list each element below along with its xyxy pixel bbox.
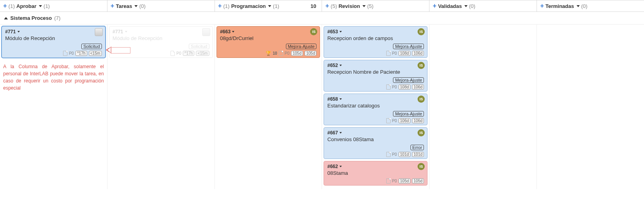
- card-title: Recepcion Nombre de Paciente: [327, 69, 424, 75]
- card-id: #662: [327, 164, 338, 169]
- column-card-count: (1): [273, 3, 279, 9]
- chevron-down-icon[interactable]: [362, 5, 366, 7]
- card-663[interactable]: IS #663 08gd/DrCurriel Mejora-Ajuste 🏆 1…: [217, 26, 320, 58]
- lane-terminadas: [537, 25, 644, 189]
- time-b: 106d: [412, 84, 424, 90]
- points: 10: [273, 51, 277, 56]
- time-a: 106d: [399, 118, 410, 123]
- priority: P0: [392, 51, 397, 56]
- chevron-down-icon: [125, 31, 127, 33]
- column-title: Validadas: [438, 3, 462, 9]
- column-wip-count: (5): [331, 3, 337, 9]
- annotation-text: A la Columna de Aprobar, solamente el pe…: [2, 60, 105, 95]
- column-card-count: (0): [139, 3, 146, 9]
- chevron-down-icon[interactable]: [17, 31, 20, 33]
- card-id: #663: [220, 29, 231, 34]
- lane-aprobar: #771 Módulo de Recepción Solicitud P0 ^1…: [0, 25, 107, 189]
- document-icon: [279, 51, 283, 56]
- tag-mejora: Mejora-Ajuste: [286, 44, 317, 49]
- column-header-tareas[interactable]: + Tareas (0): [107, 0, 215, 11]
- column-title: Tareas: [116, 3, 132, 9]
- chevron-down-icon[interactable]: [464, 5, 468, 7]
- chevron-down-icon[interactable]: [232, 31, 234, 33]
- priority: P0: [392, 152, 397, 157]
- card-id: #652: [327, 63, 338, 68]
- card-id: #667: [327, 130, 338, 136]
- chevron-down-icon[interactable]: [134, 5, 138, 7]
- add-icon[interactable]: +: [3, 3, 7, 9]
- trophy-icon: 🏆: [266, 51, 271, 56]
- column-card-count: (5): [367, 3, 374, 9]
- priority: P0: [69, 51, 74, 56]
- chevron-down-icon[interactable]: [339, 132, 342, 134]
- card-667[interactable]: IS #667 Convenios 08Stama Error P0101d10…: [324, 127, 427, 159]
- avatar-icon: [95, 28, 103, 36]
- document-icon: [386, 118, 391, 123]
- add-icon[interactable]: +: [433, 3, 436, 9]
- document-icon: [171, 51, 175, 56]
- column-header-revision[interactable]: + (5) Revision (5): [322, 0, 429, 11]
- priority: P0: [176, 51, 181, 56]
- card-title: 08Stama: [327, 170, 424, 176]
- card-662[interactable]: IS #662 08Stama P0105d105d: [324, 161, 427, 186]
- document-icon: [386, 84, 391, 90]
- chevron-down-icon[interactable]: [339, 31, 342, 33]
- time-spent: <15m: [89, 51, 102, 56]
- time-a: 108d: [399, 84, 410, 90]
- time-estimate: ^17h: [183, 51, 194, 56]
- chevron-down-icon[interactable]: [339, 98, 342, 100]
- time-a: 105d: [399, 178, 410, 184]
- column-title: Terminadas: [545, 3, 574, 9]
- card-771[interactable]: #771 Módulo de Recepción Solicitud P0 ^1…: [2, 26, 105, 58]
- card-title: Módulo de Recepción: [5, 35, 102, 41]
- card-title: Estandarizar catalogos: [327, 103, 424, 109]
- time-estimate: 105d: [291, 51, 303, 56]
- swimlane-count: (7): [54, 15, 61, 21]
- chevron-down-icon[interactable]: [339, 65, 342, 66]
- time-b: 106d: [412, 51, 424, 56]
- tag-error: Error: [410, 145, 424, 150]
- card-title: 08gd/DrCurriel: [220, 35, 317, 41]
- column-header-programacion[interactable]: + (1) Programacion (1) 10: [215, 0, 322, 11]
- card-id: #658: [327, 96, 338, 102]
- add-icon[interactable]: +: [218, 3, 222, 9]
- lane-programacion: IS #663 08gd/DrCurriel Mejora-Ajuste 🏆 1…: [215, 25, 322, 189]
- card-658[interactable]: IS #658 Estandarizar catalogos Mejora-Aj…: [324, 94, 427, 125]
- column-card-count: (1): [44, 3, 50, 9]
- kanban-board: + (1) Aprobar (1) + Tareas (0) + (1) Pro…: [0, 0, 644, 189]
- add-icon[interactable]: +: [540, 3, 544, 9]
- chevron-down-icon[interactable]: [268, 5, 271, 7]
- priority: P0: [392, 85, 397, 89]
- collapse-icon[interactable]: [4, 17, 8, 19]
- column-title: Aprobar: [16, 3, 36, 9]
- chevron-down-icon[interactable]: [339, 166, 342, 167]
- document-icon: [386, 178, 391, 184]
- document-icon: [386, 152, 391, 157]
- chevron-down-icon[interactable]: [39, 5, 42, 7]
- column-card-count: (0): [469, 3, 475, 9]
- swimlane-header[interactable]: Sistema Proceso (7): [0, 12, 644, 25]
- column-points: 10: [308, 3, 318, 9]
- card-652[interactable]: IS #652 Recepcion Nombre de Paciente Mej…: [324, 60, 427, 92]
- column-header-validadas[interactable]: + Validadas (0): [429, 0, 537, 11]
- card-id: #771: [5, 29, 16, 34]
- add-icon[interactable]: +: [325, 3, 329, 9]
- column-header-terminadas[interactable]: + Terminadas (0): [537, 0, 644, 11]
- tag-solicitud: Solicitud: [81, 44, 102, 49]
- document-icon: [386, 51, 391, 56]
- column-header-aprobar[interactable]: + (1) Aprobar (1): [0, 0, 107, 11]
- tag-mejora: Mejora-Ajuste: [393, 44, 424, 49]
- time-spent: <15m: [196, 51, 209, 56]
- card-title: Convenios 08Stama: [327, 136, 424, 142]
- chevron-down-icon[interactable]: [577, 5, 580, 7]
- avatar-icon: [202, 28, 210, 36]
- add-icon[interactable]: +: [111, 3, 114, 9]
- column-wip-count: (1): [8, 3, 15, 9]
- column-title: Programacion: [231, 3, 266, 9]
- swimlane-title: Sistema Proceso: [10, 15, 52, 21]
- column-card-count: (0): [581, 3, 588, 9]
- priority: P0: [392, 119, 397, 123]
- card-771-ghost[interactable]: #771 Módulo de Recepción Solicitud P0 ^1…: [109, 26, 213, 58]
- card-653[interactable]: IS #653 Recepcion orden de campos Mejora…: [324, 26, 427, 58]
- time-b: 105d: [412, 178, 424, 184]
